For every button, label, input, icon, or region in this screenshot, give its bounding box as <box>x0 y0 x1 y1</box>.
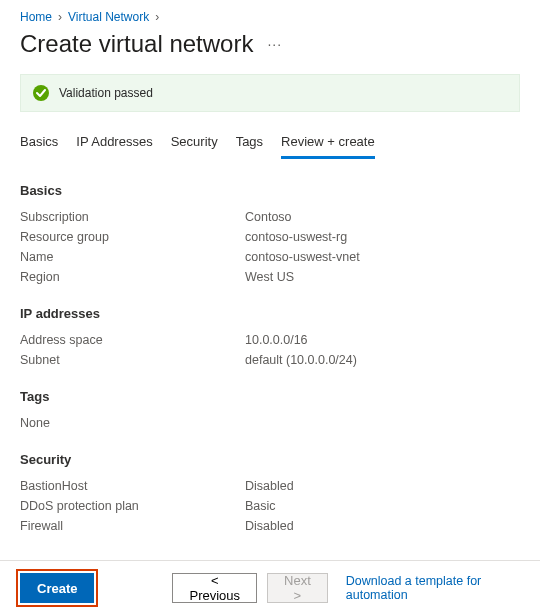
validation-banner-text: Validation passed <box>59 86 153 100</box>
section-ip-addresses: IP addresses Address space 10.0.0.0/16 S… <box>20 306 520 367</box>
value-region: West US <box>245 270 294 284</box>
row-address-space: Address space 10.0.0.0/16 <box>20 333 520 347</box>
tab-review-create[interactable]: Review + create <box>281 128 375 159</box>
row-region: Region West US <box>20 270 520 284</box>
section-title-security: Security <box>20 452 520 467</box>
breadcrumb: Home › Virtual Network › <box>20 10 520 24</box>
breadcrumb-home[interactable]: Home <box>20 10 52 24</box>
section-title-basics: Basics <box>20 183 520 198</box>
more-menu-button[interactable]: ··· <box>267 36 282 52</box>
section-tags: Tags None <box>20 389 520 430</box>
create-button[interactable]: Create <box>20 573 94 603</box>
value-bastion: Disabled <box>245 479 294 493</box>
label-resource-group: Resource group <box>20 230 245 244</box>
page-title: Create virtual network <box>20 30 253 58</box>
row-subnet: Subnet default (10.0.0.0/24) <box>20 353 520 367</box>
tab-tags[interactable]: Tags <box>236 128 263 159</box>
label-subnet: Subnet <box>20 353 245 367</box>
row-tags-none: None <box>20 416 520 430</box>
chevron-right-icon: › <box>155 10 159 24</box>
section-title-ip: IP addresses <box>20 306 520 321</box>
value-address-space: 10.0.0.0/16 <box>245 333 308 347</box>
label-address-space: Address space <box>20 333 245 347</box>
tab-basics[interactable]: Basics <box>20 128 58 159</box>
label-ddos: DDoS protection plan <box>20 499 245 513</box>
row-resource-group: Resource group contoso-uswest-rg <box>20 230 520 244</box>
label-tags-none: None <box>20 416 245 430</box>
row-subscription: Subscription Contoso <box>20 210 520 224</box>
value-subnet: default (10.0.0.0/24) <box>245 353 357 367</box>
section-title-tags: Tags <box>20 389 520 404</box>
value-subscription: Contoso <box>245 210 292 224</box>
value-name: contoso-uswest-vnet <box>245 250 360 264</box>
row-name: Name contoso-uswest-vnet <box>20 250 520 264</box>
value-ddos: Basic <box>245 499 276 513</box>
download-template-link[interactable]: Download a template for automation <box>346 574 520 602</box>
check-circle-icon <box>33 85 49 101</box>
label-bastion: BastionHost <box>20 479 245 493</box>
row-firewall: Firewall Disabled <box>20 519 520 533</box>
label-firewall: Firewall <box>20 519 245 533</box>
next-button: Next > <box>267 573 328 603</box>
tab-ip-addresses[interactable]: IP Addresses <box>76 128 152 159</box>
validation-banner: Validation passed <box>20 74 520 112</box>
footer-actions: Create < Previous Next > Download a temp… <box>0 560 540 615</box>
label-subscription: Subscription <box>20 210 245 224</box>
value-resource-group: contoso-uswest-rg <box>245 230 347 244</box>
row-ddos: DDoS protection plan Basic <box>20 499 520 513</box>
label-name: Name <box>20 250 245 264</box>
section-security: Security BastionHost Disabled DDoS prote… <box>20 452 520 533</box>
chevron-right-icon: › <box>58 10 62 24</box>
label-region: Region <box>20 270 245 284</box>
breadcrumb-virtual-network[interactable]: Virtual Network <box>68 10 149 24</box>
row-bastion: BastionHost Disabled <box>20 479 520 493</box>
section-basics: Basics Subscription Contoso Resource gro… <box>20 183 520 284</box>
value-firewall: Disabled <box>245 519 294 533</box>
previous-button[interactable]: < Previous <box>172 573 257 603</box>
tab-security[interactable]: Security <box>171 128 218 159</box>
tabs: Basics IP Addresses Security Tags Review… <box>20 128 520 159</box>
